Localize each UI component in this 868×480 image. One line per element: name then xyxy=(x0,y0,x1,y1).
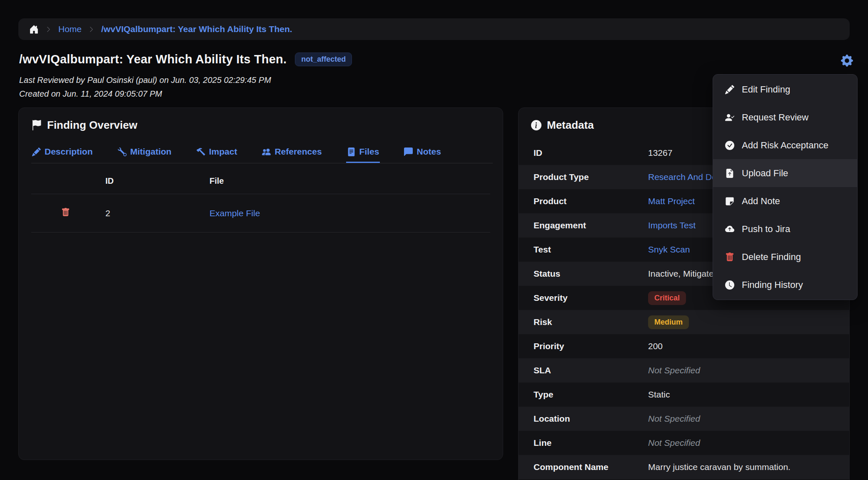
file-id-cell: 2 xyxy=(90,208,194,218)
metadata-title: Metadata xyxy=(547,119,594,132)
files-table-body: 2Example File xyxy=(31,194,490,232)
menu-item-label: Add Note xyxy=(742,196,780,207)
metadata-label: Risk xyxy=(519,317,648,327)
info-circle-icon xyxy=(531,120,541,130)
metadata-row-risk: RiskMedium xyxy=(519,310,849,334)
page-title: /wvVIQalbumpart: Year Which Ability Its … xyxy=(19,52,287,66)
tab-label: Impact xyxy=(209,147,237,157)
files-table-header: ID File xyxy=(31,168,490,194)
metadata-label: Product xyxy=(519,196,648,206)
metadata-value: Not Specified xyxy=(648,414,849,424)
metadata-row-sla: SLANot Specified xyxy=(519,358,849,382)
wrench-icon xyxy=(118,148,127,156)
metadata-row-type: TypeStatic xyxy=(519,382,849,407)
metadata-row-priority: Priority200 xyxy=(519,334,849,358)
tab-label: Description xyxy=(45,147,93,157)
tab-label: References xyxy=(274,147,322,157)
menu-item-label: Push to Jira xyxy=(742,224,790,235)
tab-label: Files xyxy=(359,147,379,157)
metadata-label: Severity xyxy=(519,293,648,303)
menu-item-add-note[interactable]: Add Note xyxy=(713,187,857,215)
menu-item-label: Upload File xyxy=(742,168,788,179)
page: Home /wvVIQalbumpart: Year Which Ability… xyxy=(0,0,868,480)
metadata-value: Medium xyxy=(648,315,849,329)
last-reviewed-text: Last Reviewed by Paul Osinski (paul) on … xyxy=(19,75,271,85)
breadcrumb-current-link[interactable]: /wvVIQalbumpart: Year Which Ability Its … xyxy=(101,24,292,34)
menu-item-label: Finding History xyxy=(742,280,803,290)
tab-notes[interactable]: Notes xyxy=(403,142,441,163)
created-text: Created on Jun. 11, 2024 09:05:07 PM xyxy=(19,89,162,99)
menu-item-push-to-jira[interactable]: Push to Jira xyxy=(713,215,857,243)
metadata-value: Not Specified xyxy=(648,438,849,448)
severity-badge-medium: Medium xyxy=(648,315,689,329)
settings-gear-button[interactable] xyxy=(840,54,854,68)
breadcrumb-home-link[interactable]: Home xyxy=(58,24,82,34)
metadata-label: ID xyxy=(519,148,648,158)
file-row: 2Example File xyxy=(31,194,490,232)
menu-item-request-review[interactable]: Request Review xyxy=(713,103,857,131)
menu-item-delete-finding[interactable]: Delete Finding xyxy=(713,243,857,271)
metadata-label: Line xyxy=(519,438,648,448)
check-circle-icon xyxy=(725,141,735,150)
tab-impact[interactable]: Impact xyxy=(196,142,238,163)
files-col-id: ID xyxy=(90,176,194,186)
metadata-label: Priority xyxy=(519,341,648,351)
home-icon[interactable] xyxy=(29,25,39,34)
settings-dropdown-menu: Edit FindingRequest ReviewAdd Risk Accep… xyxy=(713,74,858,300)
tab-files[interactable]: Files xyxy=(346,142,380,163)
users-icon xyxy=(262,148,271,156)
files-table: ID File 2Example File xyxy=(31,168,490,232)
file-link[interactable]: Example File xyxy=(210,208,260,218)
files-col-file: File xyxy=(194,176,490,186)
metadata-value: Static xyxy=(648,390,849,400)
file-upload-icon xyxy=(725,169,735,178)
cloud-upload-icon xyxy=(725,225,735,234)
chevron-right-icon xyxy=(45,26,52,32)
page-header: /wvVIQalbumpart: Year Which Ability Its … xyxy=(19,52,352,66)
trash-icon xyxy=(725,252,735,262)
pencil-icon xyxy=(725,85,735,94)
severity-badge-critical: Critical xyxy=(648,291,686,305)
tab-references[interactable]: References xyxy=(261,142,322,163)
metadata-label: Engagement xyxy=(519,220,648,230)
menu-item-label: Edit Finding xyxy=(742,84,790,95)
metadata-value: Not Specified xyxy=(648,365,849,375)
metadata-value: Marry justice caravan by summation. xyxy=(648,462,849,472)
menu-item-label: Request Review xyxy=(742,112,808,123)
metadata-label: Status xyxy=(519,269,648,279)
hammer-icon xyxy=(197,148,205,156)
comment-icon xyxy=(404,148,413,156)
menu-item-label: Add Risk Acceptance xyxy=(742,140,828,151)
metadata-label: Type xyxy=(519,390,648,400)
delete-file-button[interactable] xyxy=(61,208,71,217)
tab-mitigation[interactable]: Mitigation xyxy=(117,142,172,163)
user-check-icon xyxy=(725,113,735,122)
metadata-row-line: LineNot Specified xyxy=(519,431,849,455)
menu-item-upload-file[interactable]: Upload File xyxy=(713,159,857,187)
metadata-label: SLA xyxy=(519,365,648,375)
tab-label: Mitigation xyxy=(130,147,172,157)
finding-overview-card: Finding Overview DescriptionMitigationIm… xyxy=(18,108,503,460)
metadata-row-location: LocationNot Specified xyxy=(519,407,849,431)
menu-item-edit-finding[interactable]: Edit Finding xyxy=(713,75,857,103)
clock-icon xyxy=(725,280,735,290)
menu-item-label: Delete Finding xyxy=(742,252,801,262)
metadata-label: Product Type xyxy=(519,172,648,182)
metadata-label: Test xyxy=(519,245,648,255)
note-icon xyxy=(725,197,735,206)
finding-overview-title: Finding Overview xyxy=(47,119,137,132)
tab-label: Notes xyxy=(417,147,441,157)
breadcrumb: Home /wvVIQalbumpart: Year Which Ability… xyxy=(18,18,850,40)
metadata-row-component-name: Component NameMarry justice caravan by s… xyxy=(519,455,849,479)
menu-item-add-risk-acceptance[interactable]: Add Risk Acceptance xyxy=(713,131,857,159)
metadata-label: Location xyxy=(519,414,648,424)
pencil-icon xyxy=(32,148,41,156)
menu-item-finding-history[interactable]: Finding History xyxy=(713,271,857,299)
finding-overview-header: Finding Overview xyxy=(19,108,503,132)
gear-icon xyxy=(841,62,853,68)
tab-description[interactable]: Description xyxy=(31,142,94,163)
finding-overview-tabs: DescriptionMitigationImpactReferencesFil… xyxy=(31,142,493,163)
metadata-label: Component Name xyxy=(519,462,648,472)
trash-icon xyxy=(61,208,70,217)
flag-icon xyxy=(31,120,42,130)
